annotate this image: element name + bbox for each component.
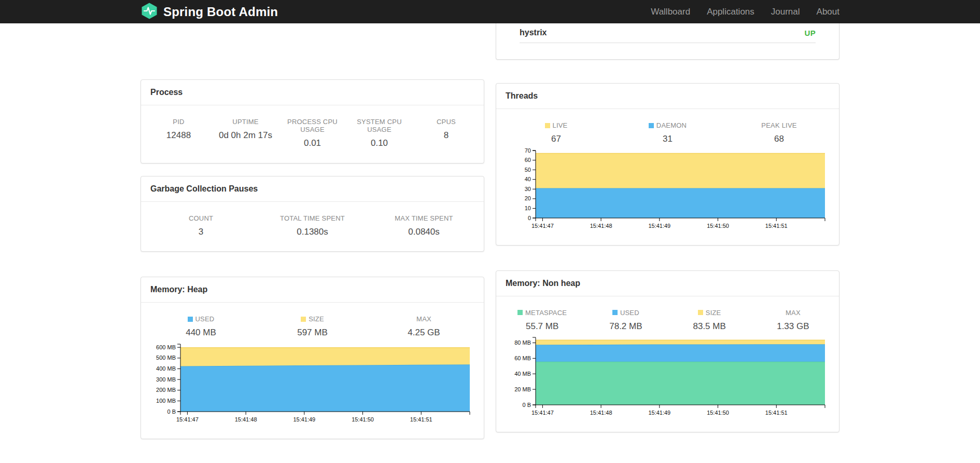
metric-label: SIZE: [668, 309, 751, 317]
application-status-panel: hystrix UP: [496, 23, 839, 60]
threads-chart: 01020304050607015:41:4715:41:4815:41:491…: [499, 145, 839, 245]
svg-text:15:41:48: 15:41:48: [590, 410, 612, 416]
svg-text:20: 20: [525, 195, 531, 201]
metric-process-cpu-usage: PROCESS CPU USAGE0.01: [279, 118, 346, 148]
right-column: hystrix UP Threads LIVE67DAEMON31PEAK LI…: [496, 23, 839, 439]
metric-value: 55.7 MB: [500, 322, 584, 332]
svg-text:15:41:47: 15:41:47: [176, 416, 199, 423]
metric-value: 597 MB: [257, 328, 368, 338]
svg-text:40 MB: 40 MB: [514, 371, 531, 377]
process-panel: Process PID12488UPTIME0d 0h 2m 17sPROCES…: [141, 79, 484, 164]
heap-chart: 0 B100 MB200 MB300 MB400 MB500 MB600 MB1…: [144, 339, 484, 439]
heap-chart-svg: 0 B100 MB200 MB300 MB400 MB500 MB600 MB1…: [144, 339, 485, 428]
application-row-hystrix[interactable]: hystrix UP: [520, 23, 816, 43]
metric-used: USED440 MB: [145, 315, 257, 338]
memory-heap-panel: Memory: Heap USED440 MBSIZE597 MBMAX4.25…: [141, 277, 484, 439]
metric-label: TOTAL TIME SPENT: [257, 214, 368, 222]
memory-heap-panel-title: Memory: Heap: [141, 277, 484, 303]
metric-value: 0.01: [279, 139, 346, 148]
svg-text:15:41:49: 15:41:49: [648, 410, 670, 416]
metric-metaspace: METASPACE55.7 MB: [500, 309, 584, 332]
svg-text:15:41:51: 15:41:51: [765, 410, 788, 416]
svg-text:15:41:51: 15:41:51: [410, 416, 432, 423]
legend-swatch-icon: [301, 317, 306, 322]
metric-label: METASPACE: [500, 309, 584, 317]
metric-live: LIVE67: [500, 121, 612, 144]
metric-cpus: CPUS8: [413, 118, 480, 148]
nav-link-about[interactable]: About: [800, 7, 839, 17]
svg-text:10: 10: [525, 205, 531, 211]
metric-used: USED78.2 MB: [584, 309, 667, 332]
nonheap-chart-svg: 0 B20 MB40 MB60 MB80 MB15:41:4715:41:481…: [499, 332, 841, 421]
metric-system-cpu-usage: SYSTEM CPU USAGE0.10: [346, 118, 413, 148]
metric-max-time-spent: MAX TIME SPENT0.0840s: [368, 214, 480, 237]
svg-text:200 MB: 200 MB: [156, 387, 176, 393]
nonheap-metrics: METASPACE55.7 MBUSED78.2 MBSIZE83.5 MBMA…: [496, 296, 839, 333]
metric-label: PEAK LIVE: [723, 121, 835, 129]
spring-boot-admin-logo-icon: [141, 2, 158, 22]
metric-value: 31: [612, 134, 723, 144]
metric-count: COUNT3: [145, 214, 257, 237]
brand-link[interactable]: Spring Boot Admin: [141, 2, 278, 22]
metric-value: 0d 0h 2m 17s: [212, 131, 279, 141]
threads-chart-svg: 01020304050607015:41:4715:41:4815:41:491…: [499, 145, 841, 235]
metric-value: 8: [413, 131, 480, 141]
nav-link-applications[interactable]: Applications: [690, 7, 754, 17]
svg-text:15:41:47: 15:41:47: [531, 410, 554, 416]
metric-value: 0.0840s: [368, 227, 480, 237]
main-content: Process PID12488UPTIME0d 0h 2m 17sPROCES…: [141, 23, 839, 439]
metric-value: 1.33 GB: [751, 322, 835, 332]
gc-pauses-panel-title: Garbage Collection Pauses: [141, 176, 484, 202]
metric-label: PROCESS CPU USAGE: [279, 118, 346, 133]
metric-value: 440 MB: [145, 328, 257, 338]
legend-swatch-icon: [698, 310, 703, 315]
metric-label: CPUS: [413, 118, 480, 126]
metric-label: MAX TIME SPENT: [368, 214, 480, 222]
legend-swatch-icon: [188, 317, 193, 322]
metric-value: 83.5 MB: [668, 322, 751, 332]
svg-text:500 MB: 500 MB: [156, 355, 176, 361]
metric-label: SYSTEM CPU USAGE: [346, 118, 413, 133]
svg-text:400 MB: 400 MB: [156, 365, 176, 372]
metric-label: PID: [145, 118, 212, 126]
svg-text:15:41:49: 15:41:49: [293, 416, 315, 423]
legend-swatch-icon: [517, 310, 523, 315]
nav-link-journal[interactable]: Journal: [754, 7, 800, 17]
svg-text:15:41:48: 15:41:48: [235, 416, 257, 423]
metric-pid: PID12488: [145, 118, 212, 148]
nav-link-wallboard[interactable]: Wallboard: [634, 7, 690, 17]
process-metrics: PID12488UPTIME0d 0h 2m 17sPROCESS CPU US…: [141, 105, 484, 163]
svg-text:15:41:48: 15:41:48: [590, 223, 612, 229]
metric-label: MAX: [368, 315, 480, 323]
threads-panel-title: Threads: [496, 84, 839, 109]
threads-panel: Threads LIVE67DAEMON31PEAK LIVE68 010203…: [496, 83, 839, 246]
svg-text:300 MB: 300 MB: [156, 376, 176, 383]
metric-value: 68: [723, 134, 835, 144]
metric-label: USED: [145, 315, 257, 323]
svg-text:15:41:51: 15:41:51: [765, 223, 788, 229]
svg-text:20 MB: 20 MB: [514, 386, 531, 392]
metric-value: 0.10: [346, 139, 413, 148]
svg-text:40: 40: [525, 176, 531, 182]
svg-text:15:41:50: 15:41:50: [352, 416, 374, 423]
svg-text:70: 70: [525, 147, 531, 153]
legend-swatch-icon: [545, 123, 550, 128]
metric-label: MAX: [751, 309, 835, 317]
process-panel-title: Process: [141, 80, 484, 105]
nonheap-chart: 0 B20 MB40 MB60 MB80 MB15:41:4715:41:481…: [499, 332, 839, 432]
memory-nonheap-panel-title: Memory: Non heap: [496, 271, 839, 296]
svg-text:15:41:50: 15:41:50: [707, 223, 729, 229]
svg-text:80 MB: 80 MB: [514, 339, 531, 346]
svg-text:15:41:50: 15:41:50: [707, 410, 729, 416]
metric-label: SIZE: [257, 315, 368, 323]
metric-label: DAEMON: [612, 121, 723, 129]
svg-text:50: 50: [525, 166, 531, 172]
panel-bottom-padding: [496, 43, 839, 59]
metric-label: COUNT: [145, 214, 257, 222]
nav-links: Wallboard Applications Journal About: [634, 7, 839, 17]
metric-label: USED: [584, 309, 667, 317]
left-column: Process PID12488UPTIME0d 0h 2m 17sPROCES…: [141, 23, 484, 439]
legend-swatch-icon: [649, 123, 654, 128]
svg-text:100 MB: 100 MB: [156, 398, 176, 404]
svg-text:0 B: 0 B: [167, 408, 176, 415]
